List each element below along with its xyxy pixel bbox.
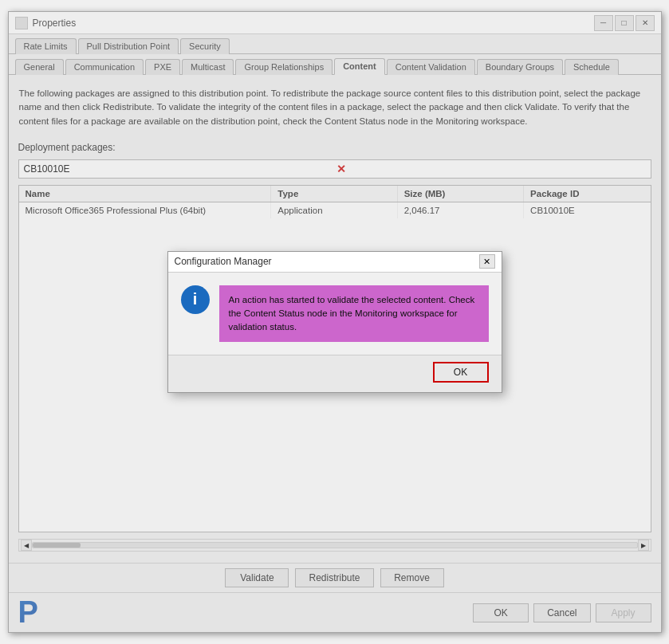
modal-footer: OK bbox=[168, 355, 502, 392]
modal-ok-button[interactable]: OK bbox=[433, 362, 489, 383]
modal-message: An action has started to validate the se… bbox=[219, 285, 489, 343]
modal-body: i An action has started to validate the … bbox=[168, 273, 502, 355]
modal-overlay: Configuration Manager ✕ i An action has … bbox=[8, 11, 662, 633]
modal-close-button[interactable]: ✕ bbox=[479, 254, 495, 269]
modal-title-bar: Configuration Manager ✕ bbox=[168, 252, 502, 273]
modal-title: Configuration Manager bbox=[175, 256, 272, 267]
info-icon: i bbox=[181, 285, 210, 314]
configuration-manager-dialog: Configuration Manager ✕ i An action has … bbox=[167, 251, 502, 394]
